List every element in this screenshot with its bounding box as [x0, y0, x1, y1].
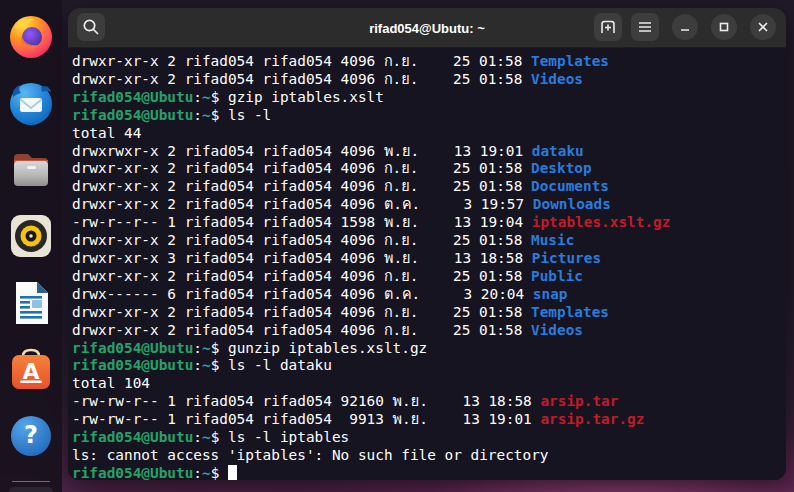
- hamburger-menu-icon: [636, 18, 654, 36]
- terminal-line: drwxr-xr-x 2 rifad054 rifad054 4096 ก.ย.…: [72, 268, 786, 286]
- terminal-line: total 104: [72, 375, 786, 393]
- dock-item-help[interactable]: ?: [7, 414, 55, 458]
- terminal-line: drwxr-xr-x 2 rifad054 rifad054 4096 ต.ค.…: [72, 196, 786, 214]
- thunderbird-icon: [8, 81, 54, 127]
- terminal-line: -rw-rw-r-- 1 rifad054 rifad054 9913 พ.ย.…: [72, 411, 786, 429]
- terminal-window: rifad054@Ubutu: ~: [68, 8, 786, 480]
- terminal-line: rifad054@Ubutu:~$ gunzip iptables.xslt.g…: [72, 340, 786, 358]
- terminal-line: rifad054@Ubutu:~$ ls -l iptables: [72, 429, 786, 447]
- terminal-line: drwxrwxr-x 2 rifad054 rifad054 4096 พ.ย.…: [72, 143, 786, 161]
- svg-text:?: ?: [24, 421, 38, 449]
- folder-icon: [8, 148, 54, 192]
- svg-text:A: A: [22, 359, 39, 384]
- terminal-line: drwxr-xr-x 2 rifad054 rifad054 4096 ก.ย.…: [72, 71, 786, 89]
- terminal-line: drwxr-xr-x 2 rifad054 rifad054 4096 ก.ย.…: [72, 53, 786, 71]
- dock-item-thunderbird[interactable]: [7, 81, 55, 127]
- question-mark-icon: ?: [9, 414, 53, 458]
- dock-item-rhythmbox[interactable]: [7, 213, 55, 259]
- terminal-line: drwxr-xr-x 2 rifad054 rifad054 4096 ก.ย.…: [72, 232, 786, 250]
- terminal-line: rifad054@Ubutu:~$ ls -l: [72, 107, 786, 125]
- search-icon: [82, 18, 100, 36]
- minimize-button[interactable]: [672, 14, 698, 40]
- terminal-line: rifad054@Ubutu:~$ ls -l dataku: [72, 357, 786, 375]
- maximize-button[interactable]: [711, 14, 737, 40]
- menu-button[interactable]: [631, 13, 659, 41]
- search-button[interactable]: [77, 13, 105, 41]
- terminal-line: rifad054@Ubutu:~$: [72, 465, 786, 480]
- terminal-line: rifad054@Ubutu:~$ gzip iptables.xslt: [72, 89, 786, 107]
- terminal-line: drwxr-xr-x 2 rifad054 rifad054 4096 ก.ย.…: [72, 322, 786, 340]
- dock: A ?: [0, 0, 62, 492]
- terminal-line: -rw-rw-r-- 1 rifad054 rifad054 92160 พ.ย…: [72, 393, 786, 411]
- document-icon: [9, 280, 53, 326]
- speaker-icon: [8, 213, 54, 259]
- titlebar[interactable]: rifad054@Ubutu: ~: [68, 8, 786, 48]
- new-tab-button[interactable]: [594, 13, 622, 41]
- terminal-body[interactable]: drwxr-xr-x 2 rifad054 rifad054 4096 ก.ย.…: [68, 48, 786, 480]
- titlebar-controls: [585, 13, 776, 41]
- terminal-line: -rw-r--r-- 1 rifad054 rifad054 1598 พ.ย.…: [72, 214, 786, 232]
- dock-item-libreoffice-writer[interactable]: [7, 280, 55, 326]
- maximize-icon: [717, 20, 731, 34]
- dock-item-files[interactable]: [7, 148, 55, 192]
- terminal-line: drwxr-xr-x 2 rifad054 rifad054 4096 ก.ย.…: [72, 160, 786, 178]
- terminal-line: total 44: [72, 125, 786, 143]
- dock-item-app-center[interactable]: A: [7, 347, 55, 393]
- window-title: rifad054@Ubutu: ~: [369, 20, 485, 35]
- desktop: A ?: [0, 0, 794, 492]
- new-tab-icon: [599, 18, 617, 36]
- terminal-cursor: [228, 465, 237, 480]
- close-button[interactable]: [750, 14, 776, 40]
- terminal-line: drwxr-xr-x 2 rifad054 rifad054 4096 ก.ย.…: [72, 178, 786, 196]
- terminal-output: drwxr-xr-x 2 rifad054 rifad054 4096 ก.ย.…: [72, 53, 786, 480]
- terminal-line: ls: cannot access 'iptables': No such fi…: [72, 447, 786, 465]
- firefox-icon: [8, 14, 54, 60]
- terminal-line: drwx------ 6 rifad054 rifad054 4096 ต.ค.…: [72, 286, 786, 304]
- minimize-icon: [678, 20, 692, 34]
- ubuntu-software-icon: A: [8, 347, 54, 393]
- dock-item-partial[interactable]: [9, 487, 53, 492]
- terminal-line: drwxr-xr-x 2 rifad054 rifad054 4096 ก.ย.…: [72, 304, 786, 322]
- dock-item-firefox[interactable]: [7, 14, 55, 60]
- close-icon: [756, 20, 770, 34]
- terminal-line: drwxr-xr-x 3 rifad054 rifad054 4096 พ.ย.…: [72, 250, 786, 268]
